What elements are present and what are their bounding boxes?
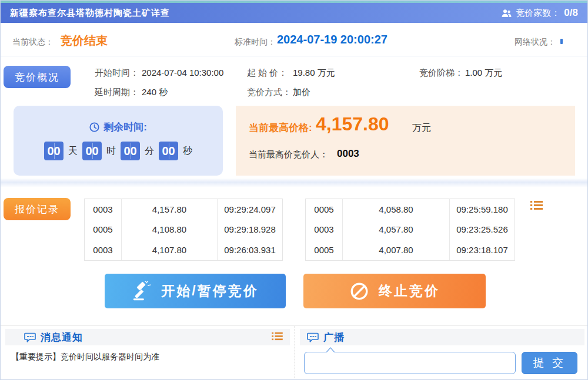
auction-page: 新疆察布查尔县塔勒德村陶瓷土矿详查 竞价家数： 0/8 当前状态： 竞价结束 标… — [0, 0, 588, 380]
start-price-value: 19.80 万元 — [293, 68, 335, 79]
time-cell: 09:25:59.180 — [450, 199, 514, 220]
price-cell: 4,007.80 — [342, 240, 450, 260]
price-cell: 4,157.80 — [121, 199, 218, 220]
highest-bidder-value: 0003 — [337, 148, 359, 160]
message-bubble-icon — [307, 332, 319, 342]
time-cell: 09:23:25.526 — [450, 220, 514, 240]
bidder-cell: 0005 — [85, 220, 121, 240]
page-title: 新疆察布查尔县塔勒德村陶瓷土矿详查 — [10, 8, 170, 19]
broadcast-panel-header: 广播 — [300, 329, 584, 345]
bidder-cell: 0005 — [306, 240, 342, 260]
price-cell: 4,108.80 — [121, 220, 218, 240]
notice-panel-title: 消息通知 — [41, 331, 83, 344]
price-cell: 4,057.80 — [342, 220, 450, 240]
gavel-icon — [132, 281, 152, 301]
section-badge-overview: 竞价概况 — [4, 66, 71, 88]
unit-second: 秒 — [183, 145, 192, 157]
countdown-title: 剩余时间: — [14, 120, 223, 134]
highest-price-label: 当前最高价格: — [249, 121, 312, 134]
stop-bidding-button[interactable]: 终止竞价 — [303, 274, 486, 308]
current-status-value: 竞价结束 — [61, 33, 108, 49]
price-cell: 4,058.80 — [342, 199, 450, 220]
stop-button-label: 终止竞价 — [379, 282, 440, 300]
bid-step-value: 1.00 万元 — [465, 68, 502, 79]
field-label: 起 始 价： — [247, 68, 287, 79]
notice-list-icon[interactable] — [272, 332, 283, 343]
delay-period-value: 240 秒 — [142, 87, 168, 98]
broadcast-input[interactable] — [304, 352, 516, 374]
table-row: 0005 4,108.80 09:29:18.928 — [85, 220, 282, 240]
countdown-minutes: 00 — [121, 142, 140, 160]
highest-price-panel: 当前最高价格: 4,157.80 万元 当前最高价竞价人： 0003 — [236, 106, 575, 176]
countdown-digits: 00 天 00 时 00 分 00 秒 — [14, 142, 223, 160]
records-list-icon[interactable] — [530, 200, 543, 213]
countdown-hours: 00 — [82, 142, 102, 160]
title-bar: 新疆察布查尔县塔勒德村陶瓷土矿详查 竞价家数： 0/8 — [1, 3, 587, 23]
current-status-label: 当前状态： — [12, 37, 54, 48]
bidder-count: 竞价家数： 0/8 — [502, 7, 578, 19]
price-cell: 4,107.80 — [121, 240, 218, 260]
bottom-area: 消息通知 【重要提示】竞价时间以服务器时间为准 — [1, 325, 587, 380]
field-label: 延时周期： — [95, 87, 139, 98]
start-pause-bidding-button[interactable]: 开始/暂停竞价 — [105, 274, 286, 308]
highest-bidder-label: 当前最高价竞价人： — [249, 149, 328, 160]
network-signal-icon — [560, 39, 563, 44]
bid-records-table-right: 0005 4,058.80 09:25:59.180 0003 4,057.80… — [305, 199, 515, 261]
time-cell: 09:29:24.097 — [218, 199, 282, 220]
time-cell: 09:26:03.931 — [218, 240, 282, 260]
section-badge-records: 报价记录 — [4, 198, 71, 220]
bidder-cell: 0003 — [85, 240, 121, 260]
start-time-value: 2024-07-04 10:30:00 — [142, 68, 223, 78]
notice-message: 【重要提示】竞价时间以服务器时间为准 — [11, 352, 159, 362]
standard-time-label: 标准时间： — [235, 37, 276, 48]
broadcast-panel-title: 广播 — [323, 331, 345, 344]
bid-mode-value: 加价 — [293, 87, 310, 98]
unit-minute: 分 — [145, 145, 154, 157]
standard-time-value: 2024-07-19 20:00:27 — [277, 33, 387, 46]
countdown-days: 00 — [44, 142, 64, 160]
bidder-cell: 0005 — [306, 199, 342, 220]
submit-button[interactable]: 提 交 — [522, 352, 577, 374]
field-label: 开始时间： — [95, 68, 139, 79]
countdown-panel: 剩余时间: 00 天 00 时 00 分 00 秒 — [14, 106, 223, 176]
network-status-label: 网络状况： — [514, 37, 556, 48]
time-cell: 09:23:18.107 — [450, 240, 514, 260]
countdown-title-text: 剩余时间: — [103, 120, 147, 134]
input-caret-arrow — [326, 347, 335, 352]
bidder-cell: 0003 — [85, 199, 121, 220]
clock-icon — [89, 122, 99, 132]
notice-panel: 消息通知 【重要提示】竞价时间以服务器时间为准 — [1, 326, 295, 380]
bid-records-table-left: 0003 4,157.80 09:29:24.097 0005 4,108.80… — [84, 199, 283, 261]
notice-panel-header: 消息通知 — [5, 329, 290, 345]
table-row: 0003 4,157.80 09:29:24.097 — [85, 199, 282, 220]
table-row: 0003 4,057.80 09:23:25.526 — [306, 220, 514, 240]
bidder-count-label: 竞价家数： — [516, 8, 560, 19]
field-label: 竞价方式： — [247, 87, 291, 98]
field-label: 竞价阶梯： — [419, 68, 463, 79]
highest-price-unit: 万元 — [412, 122, 431, 134]
unit-day: 天 — [68, 145, 78, 157]
table-row: 0003 4,107.80 09:26:03.931 — [85, 240, 282, 260]
bidder-count-value: 0/8 — [564, 7, 578, 19]
prohibit-icon — [349, 281, 369, 301]
unit-hour: 时 — [106, 145, 116, 157]
start-pause-button-label: 开始/暂停竞价 — [161, 282, 258, 300]
users-icon — [502, 9, 512, 18]
countdown-seconds: 00 — [159, 142, 178, 160]
table-row: 0005 4,007.80 09:23:18.107 — [306, 240, 514, 260]
table-row: 0005 4,058.80 09:25:59.180 — [306, 199, 514, 220]
highest-price-value: 4,157.80 — [316, 113, 389, 135]
status-bar: 当前状态： 竞价结束 标准时间： 2024-07-19 20:00:27 网络状… — [1, 23, 587, 56]
time-cell: 09:29:18.928 — [218, 220, 282, 240]
message-bubble-icon — [24, 332, 36, 342]
broadcast-panel: 广播 提 交 — [295, 326, 588, 380]
section-separator — [1, 179, 587, 187]
bidder-cell: 0003 — [306, 220, 342, 240]
